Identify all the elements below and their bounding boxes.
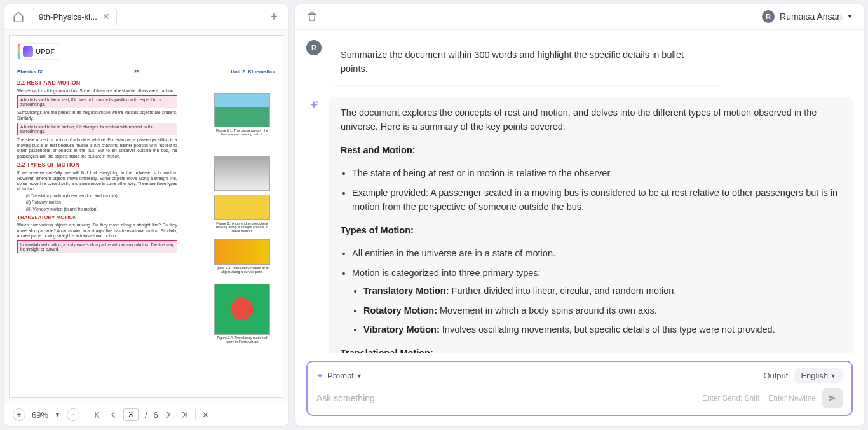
avatar: R [762,10,775,23]
zoom-in-button[interactable]: + [13,408,25,421]
ai-message: The document explores the concepts of re… [329,97,853,353]
page-total: 6 [154,410,158,420]
list-item: All entities in the universe are in a st… [352,246,841,260]
add-tab-button[interactable]: + [266,8,282,25]
prompt-dropdown[interactable]: Prompt▼ [327,371,362,380]
close-icon[interactable]: ✕ [102,11,110,22]
sparkle-icon [308,100,320,111]
list-item: Vibratory Motion: Involves oscillating m… [363,322,841,336]
sparkle-icon: ✦ [316,371,323,380]
output-label: Output [763,371,788,380]
user-menu[interactable]: R Rumaisa Ansari ▼ [762,10,853,23]
ai-avatar [306,98,322,113]
language-dropdown[interactable]: English▼ [794,368,843,383]
tab-bar: 9th-Physics-ki... ✕ + [4,4,288,30]
chat-input[interactable] [316,393,702,403]
section-heading: 2.1 REST AND MOTION [17,80,275,86]
figure-image [214,156,270,191]
chat-messages[interactable]: R Summarize the document within 300 word… [295,30,864,353]
list-item: Translatory Motion: Further divided into… [363,284,841,298]
chevron-down-icon[interactable]: ▼ [55,412,60,418]
page-number-input[interactable] [123,408,139,421]
page-header: Physics IX29Unit 2: Kinematics [17,69,275,74]
document-panel: 9th-Physics-ki... ✕ + UPDF Physics IX29U… [4,4,288,426]
ai-message-row: The document explores the concepts of re… [306,97,853,353]
zoom-level: 69% [32,410,48,420]
chevron-down-icon: ▼ [847,13,853,20]
brand-text: UPDF [36,48,55,55]
chat-header: R Rumaisa Ansari ▼ [295,4,864,30]
highlight-box: In translational motion, a body moves al… [17,240,177,253]
tab-title: 9th-Physics-ki... [39,12,97,22]
figure-caption: Figure 2.: A car and an aeroplane moving… [214,221,270,233]
highlight-box: A body is said to be in motion, if it ch… [17,123,177,135]
first-page-icon[interactable] [93,410,102,419]
user-name: Rumaisa Ansari [780,11,842,22]
figure-caption: Figure 2.1: The passengers in the bus ar… [214,128,270,136]
send-button[interactable] [822,388,843,408]
zoom-out-button[interactable]: − [67,408,79,421]
next-page-icon[interactable] [165,410,173,419]
figure-image [214,284,270,335]
input-top-row: ✦ Prompt▼ Output English▼ [316,368,843,383]
figure-caption: Figure 2.4: Translatory motion of riders… [214,336,270,343]
home-icon[interactable] [10,8,27,25]
updf-logo: UPDF [17,43,60,60]
input-hint: Enter Send; Shift + Enter Newline [702,394,816,403]
close-toolbar-icon[interactable]: ✕ [202,410,209,420]
last-page-icon[interactable] [180,410,189,419]
pdf-toolbar: + 69% ▼ − / 6 ✕ [4,403,288,426]
figure-image [214,195,270,220]
user-message-row: R Summarize the document within 300 word… [306,39,853,85]
list-item: Example provided: A passenger seated in … [352,186,841,214]
document-tab[interactable]: 9th-Physics-ki... ✕ [32,8,117,25]
list-item: Rotatory Motion: Movement in which a bod… [363,303,841,317]
document-viewport[interactable]: UPDF Physics IX29Unit 2: Kinematics 2.1 … [4,30,288,403]
svg-point-0 [316,101,318,103]
avatar: R [306,40,322,55]
chat-input-container: ✦ Prompt▼ Output English▼ Enter Send; Sh… [306,361,853,416]
list-item: The state of being at rest or in motion … [352,166,841,180]
logo-mark-icon [23,46,33,57]
user-message: Summarize the document within 300 words … [329,39,723,85]
prev-page-icon[interactable] [108,410,117,419]
chat-panel: R Rumaisa Ansari ▼ R Summarize the docum… [295,4,864,426]
figure-image [214,239,270,265]
chat-input-zone: ✦ Prompt▼ Output English▼ Enter Send; Sh… [295,353,864,426]
send-icon [827,393,837,403]
list-item: Motion is categorized into three primary… [352,266,841,337]
pdf-page: UPDF Physics IX29Unit 2: Kinematics 2.1 … [9,35,283,398]
trash-icon[interactable] [306,11,318,22]
figure-image [214,93,270,127]
highlight-box: A body is said to be at rest, if it does… [17,95,177,108]
figure-caption: Figure 2.3: Translatory motion of an obj… [214,266,270,274]
